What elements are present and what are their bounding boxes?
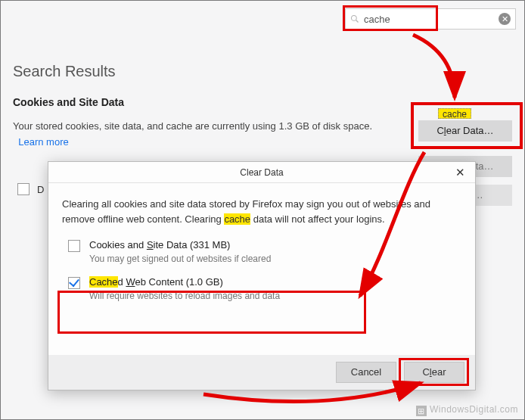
watermark: ⊞WindowsDigital.com — [416, 404, 518, 416]
option-cookies-label: Cookies and Site Data (331 MB) — [89, 239, 271, 250]
clear-data-dialog: Clear Data ✕ Clearing all cookies and si… — [48, 161, 476, 390]
clear-search-icon[interactable]: ✕ — [499, 13, 511, 25]
cancel-button[interactable]: Cancel — [336, 362, 396, 383]
cache-checkbox[interactable] — [68, 277, 80, 289]
watermark-icon: ⊞ — [416, 406, 427, 416]
option-cookies[interactable]: Cookies and Site Data (331 MB) You may g… — [62, 239, 461, 264]
clear-data-button[interactable]: Clear Data… — [418, 120, 512, 142]
dialog-footer: Cancel Clear — [48, 355, 475, 390]
highlight-cache: cache — [224, 213, 250, 225]
delete-close-row[interactable]: D — [17, 183, 44, 195]
dialog-title-bar: Clear Data ✕ — [48, 162, 475, 183]
option-cache-label: Cached Web Content (1.0 GB) — [89, 276, 280, 288]
dialog-title: Clear Data — [240, 167, 283, 178]
learn-more-link[interactable]: Learn more — [18, 136, 68, 148]
dialog-body-text: Clearing all cookies and site data store… — [62, 197, 461, 227]
cookies-description: Your stored cookies, site data, and cach… — [13, 119, 399, 151]
clear-data-label: Clear Data… — [436, 125, 493, 136]
delete-close-label: D — [37, 184, 44, 195]
description-text: Your stored cookies, site data, and cach… — [13, 120, 372, 132]
cookies-checkbox[interactable] — [68, 240, 80, 252]
clear-button[interactable]: Clear — [404, 362, 464, 383]
search-input[interactable] — [364, 14, 499, 25]
search-bar[interactable]: ✕ — [345, 8, 516, 30]
option-cache-sub: Will require websites to reload images a… — [89, 291, 280, 301]
svg-point-0 — [352, 16, 357, 21]
highlight-cache-tag: cache — [438, 108, 471, 119]
cookies-section-heading: Cookies and Site Data — [13, 96, 124, 108]
search-results-heading: Search Results — [13, 63, 116, 80]
close-icon[interactable]: ✕ — [445, 162, 475, 183]
option-cache[interactable]: Cached Web Content (1.0 GB) Will require… — [62, 276, 461, 301]
delete-close-checkbox[interactable] — [17, 183, 30, 195]
svg-line-1 — [356, 20, 359, 23]
search-icon — [350, 14, 359, 23]
option-cookies-sub: You may get signed out of websites if cl… — [89, 254, 271, 264]
